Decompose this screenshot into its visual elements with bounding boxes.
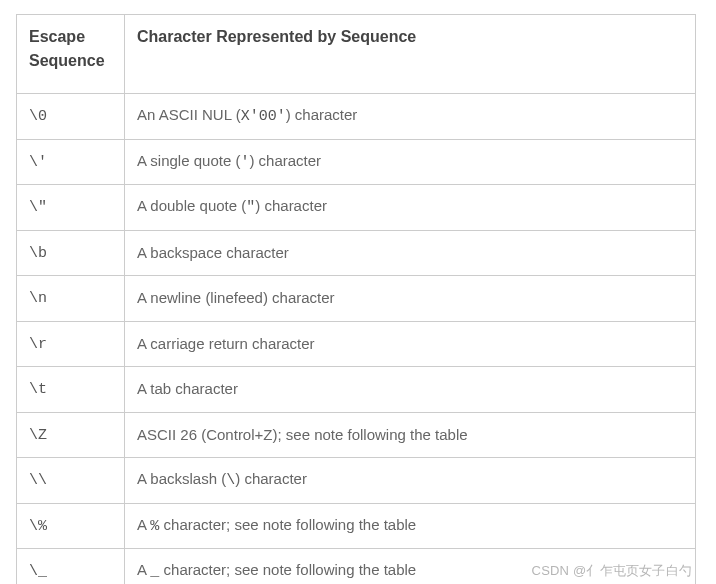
description-text: A backspace character — [137, 244, 289, 261]
cell-description: A single quote (') character — [125, 139, 696, 185]
cell-description: A newline (linefeed) character — [125, 276, 696, 322]
escape-sequence-code: \Z — [29, 427, 47, 444]
cell-escape-sequence: \b — [17, 230, 125, 276]
cell-escape-sequence: \r — [17, 321, 125, 367]
escape-sequence-code: \_ — [29, 563, 47, 580]
cell-escape-sequence: \" — [17, 185, 125, 231]
description-text: A — [137, 516, 150, 533]
cell-description: A backspace character — [125, 230, 696, 276]
escape-sequence-code: \t — [29, 381, 47, 398]
escape-sequence-code: \r — [29, 336, 47, 353]
escape-sequence-code: \b — [29, 245, 47, 262]
watermark-text: CSDN @亻乍屯页女子白勺 — [532, 562, 692, 580]
escape-sequence-table: Escape Sequence Character Represented by… — [16, 14, 696, 584]
description-text: A single quote ( — [137, 152, 240, 169]
table-row: \0An ASCII NUL (X'00') character — [17, 94, 696, 140]
table-row: \bA backspace character — [17, 230, 696, 276]
description-text: A double quote ( — [137, 197, 246, 214]
table-row: \\A backslash (\) character — [17, 458, 696, 504]
description-text: ) character — [255, 197, 327, 214]
description-text: character; see note following the table — [159, 561, 416, 578]
escape-sequence-code: \% — [29, 518, 47, 535]
escape-sequence-code: \' — [29, 154, 47, 171]
cell-escape-sequence: \Z — [17, 412, 125, 458]
description-text: character; see note following the table — [159, 516, 416, 533]
escape-sequence-code: \" — [29, 199, 47, 216]
table-row: \nA newline (linefeed) character — [17, 276, 696, 322]
inline-code: \ — [226, 472, 235, 489]
table-row: \ZASCII 26 (Control+Z); see note followi… — [17, 412, 696, 458]
cell-escape-sequence: \% — [17, 503, 125, 549]
inline-code: " — [246, 199, 255, 216]
cell-description: A double quote (") character — [125, 185, 696, 231]
cell-escape-sequence: \0 — [17, 94, 125, 140]
column-header-description: Character Represented by Sequence — [125, 15, 696, 94]
escape-sequence-code: \0 — [29, 108, 47, 125]
description-text: A carriage return character — [137, 335, 315, 352]
cell-description: A tab character — [125, 367, 696, 413]
escape-sequence-code: \n — [29, 290, 47, 307]
cell-escape-sequence: \\ — [17, 458, 125, 504]
cell-description: A carriage return character — [125, 321, 696, 367]
description-text: An ASCII NUL ( — [137, 106, 241, 123]
description-text: A tab character — [137, 380, 238, 397]
table-row: \"A double quote (") character — [17, 185, 696, 231]
cell-escape-sequence: \n — [17, 276, 125, 322]
description-text: ) character — [249, 152, 321, 169]
description-text: A backslash ( — [137, 470, 226, 487]
cell-escape-sequence: \_ — [17, 549, 125, 585]
escape-sequence-code: \\ — [29, 472, 47, 489]
cell-description: An ASCII NUL (X'00') character — [125, 94, 696, 140]
description-text: ) character — [235, 470, 307, 487]
cell-description: A % character; see note following the ta… — [125, 503, 696, 549]
table-row: \'A single quote (') character — [17, 139, 696, 185]
cell-escape-sequence: \t — [17, 367, 125, 413]
cell-description: ASCII 26 (Control+Z); see note following… — [125, 412, 696, 458]
description-text: ) character — [286, 106, 358, 123]
table-row: \tA tab character — [17, 367, 696, 413]
cell-description: A backslash (\) character — [125, 458, 696, 504]
description-text: A newline (linefeed) character — [137, 289, 335, 306]
description-text: ASCII 26 (Control+Z); see note following… — [137, 426, 468, 443]
table-row: \rA carriage return character — [17, 321, 696, 367]
inline-code: X'00' — [241, 108, 286, 125]
table-header-row: Escape Sequence Character Represented by… — [17, 15, 696, 94]
table-row: \%A % character; see note following the … — [17, 503, 696, 549]
cell-escape-sequence: \' — [17, 139, 125, 185]
column-header-escape-sequence: Escape Sequence — [17, 15, 125, 94]
description-text: A — [137, 561, 150, 578]
